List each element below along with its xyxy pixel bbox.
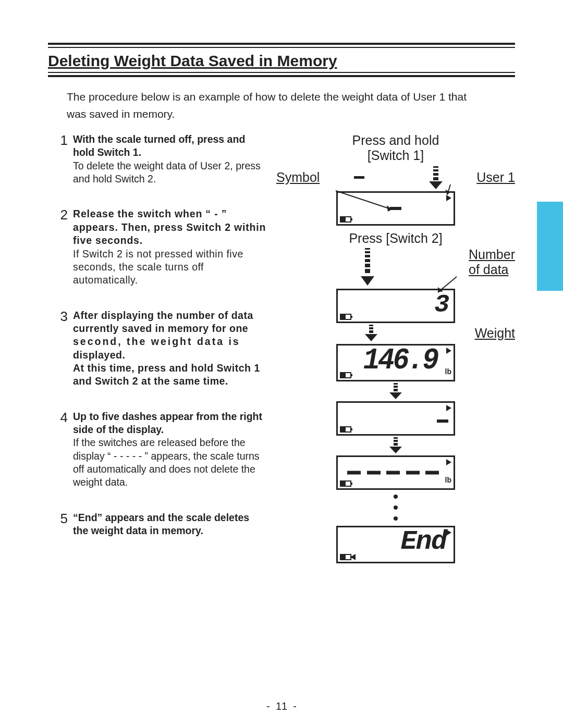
section-tab bbox=[537, 202, 563, 291]
rule-top bbox=[48, 43, 515, 48]
svg-rect-23 bbox=[394, 383, 398, 385]
dots-icon: ••• bbox=[276, 491, 515, 524]
down-arrow-icon bbox=[363, 324, 379, 342]
svg-rect-11 bbox=[365, 251, 370, 253]
svg-marker-22 bbox=[365, 334, 377, 341]
svg-rect-25 bbox=[394, 389, 398, 391]
marker-left-icon bbox=[350, 554, 356, 560]
switch1-label: [Switch 1] bbox=[276, 148, 515, 163]
lcd-weight: 146.9 bbox=[347, 346, 437, 376]
battery-icon bbox=[340, 314, 351, 320]
user1-label: User 1 bbox=[476, 170, 515, 185]
svg-rect-28 bbox=[394, 440, 398, 442]
svg-rect-29 bbox=[394, 443, 398, 446]
lcd-display-3: 146.9 lb bbox=[336, 344, 455, 381]
step-number: 5 bbox=[53, 511, 73, 538]
step-2: 2 Release the switch when “ - ” appears.… bbox=[53, 207, 267, 287]
lcd-end: End bbox=[400, 528, 446, 556]
down-arrow-icon bbox=[427, 165, 445, 189]
lcd-dash bbox=[437, 419, 448, 423]
step-number: 4 bbox=[53, 410, 73, 489]
number-of-data-label: Number of data bbox=[469, 247, 515, 277]
step-1-body: To delete the weight data of User 2, pre… bbox=[73, 160, 261, 184]
lb-unit: lb bbox=[445, 367, 451, 376]
lb-unit: lb bbox=[445, 476, 451, 484]
lcd-dash bbox=[390, 207, 401, 210]
step-5-heading: “End” appears and the scale deletes the … bbox=[73, 512, 249, 536]
weight-label: Weight bbox=[475, 326, 515, 341]
svg-rect-0 bbox=[354, 176, 364, 179]
down-arrow-icon bbox=[388, 437, 403, 453]
battery-icon bbox=[340, 480, 351, 487]
lcd-display-1 bbox=[336, 191, 455, 226]
press-hold-label: Press and hold bbox=[276, 133, 515, 148]
svg-rect-3 bbox=[433, 173, 438, 176]
lcd-display-6: End bbox=[336, 526, 455, 563]
step-1: 1 With the scale turned off, press and h… bbox=[53, 133, 267, 186]
svg-rect-13 bbox=[365, 259, 370, 262]
weight-row: Weight bbox=[276, 324, 515, 342]
lcd-display-4 bbox=[336, 401, 455, 436]
step-3-heading2: At this time, press and hold Switch 1 an… bbox=[73, 362, 260, 387]
svg-rect-21 bbox=[369, 330, 373, 333]
lcd-count: 3 bbox=[434, 292, 448, 317]
svg-marker-5 bbox=[429, 181, 443, 189]
number-of-data-row: Number of data bbox=[276, 247, 515, 287]
lcd-five-dashes bbox=[347, 471, 439, 475]
svg-marker-26 bbox=[389, 392, 402, 399]
marker-right-icon bbox=[446, 348, 451, 354]
down-arrow-icon bbox=[359, 247, 376, 287]
svg-rect-4 bbox=[433, 177, 438, 180]
marker-right-icon bbox=[446, 195, 451, 201]
step-1-heading: With the scale turned off, press and hol… bbox=[73, 133, 245, 158]
svg-rect-12 bbox=[365, 255, 370, 257]
svg-marker-9 bbox=[445, 190, 450, 195]
diagram-column: Press and hold [Switch 1] Symbol User 1 bbox=[276, 133, 515, 564]
battery-icon bbox=[340, 426, 351, 433]
svg-rect-1 bbox=[433, 166, 438, 168]
svg-rect-14 bbox=[365, 264, 370, 267]
svg-rect-2 bbox=[433, 169, 438, 171]
step-number: 1 bbox=[53, 133, 73, 186]
svg-rect-19 bbox=[369, 325, 373, 326]
press-switch2-label: Press [Switch 2] bbox=[276, 231, 515, 246]
step-3-heading-b: second, the weight data is bbox=[73, 336, 240, 347]
page-title: Deleting Weight Data Saved in Memory bbox=[48, 52, 515, 70]
svg-rect-10 bbox=[365, 248, 370, 250]
step-3-heading-c: displayed. bbox=[73, 349, 125, 361]
down-arrow-icon bbox=[388, 382, 403, 399]
marker-right-icon bbox=[446, 405, 451, 411]
page-number-value: 11 bbox=[276, 700, 287, 712]
steps-column: 1 With the scale turned off, press and h… bbox=[48, 133, 276, 564]
step-3: 3 After displaying the number of data cu… bbox=[53, 309, 267, 388]
svg-marker-16 bbox=[361, 276, 374, 286]
rule-bottom bbox=[48, 72, 515, 77]
symbol-user-row: Symbol User 1 bbox=[276, 165, 515, 189]
svg-marker-30 bbox=[389, 447, 402, 453]
step-4-body: If the switches are released before the … bbox=[73, 437, 260, 488]
svg-rect-27 bbox=[394, 437, 398, 439]
step-4: 4 Up to five dashes appear from the righ… bbox=[53, 410, 267, 489]
marker-right-icon bbox=[446, 529, 451, 536]
intro-text: The procedure below is an example of how… bbox=[67, 89, 473, 122]
step-5: 5 “End” appears and the scale deletes th… bbox=[53, 511, 267, 538]
svg-line-6 bbox=[336, 191, 392, 209]
marker-right-icon bbox=[446, 459, 451, 465]
step-number: 2 bbox=[53, 207, 73, 287]
page-number: - 11 - bbox=[0, 700, 563, 712]
lcd-display-2: 3 bbox=[336, 289, 455, 323]
svg-rect-24 bbox=[394, 386, 398, 388]
step-number: 3 bbox=[53, 309, 73, 388]
dash-icon bbox=[352, 173, 366, 181]
battery-icon bbox=[340, 554, 351, 560]
step-2-body: If Switch 2 is not pressed within five s… bbox=[73, 248, 243, 286]
step-3-heading-a: After displaying the number of data curr… bbox=[73, 310, 253, 334]
svg-rect-15 bbox=[365, 269, 370, 273]
battery-icon bbox=[340, 216, 351, 223]
step-4-heading: Up to five dashes appear from the right … bbox=[73, 411, 262, 435]
lcd-display-5: lb bbox=[336, 455, 455, 490]
symbol-label: Symbol bbox=[276, 170, 320, 185]
svg-rect-20 bbox=[369, 327, 373, 329]
step-2-heading: Release the switch when “ - ” appears. T… bbox=[73, 208, 266, 246]
